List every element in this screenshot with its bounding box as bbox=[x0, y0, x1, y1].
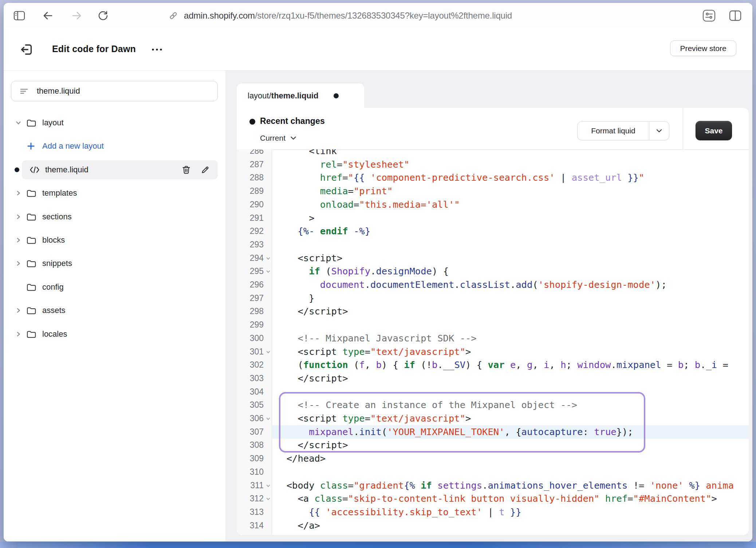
forward-icon bbox=[71, 11, 82, 21]
file-label: theme.liquid bbox=[45, 165, 88, 175]
fold-chevron-icon[interactable] bbox=[265, 416, 271, 422]
chevron-right-icon[interactable] bbox=[15, 214, 21, 220]
code-line-299[interactable]: 299 bbox=[237, 318, 749, 332]
unsaved-indicator-dot bbox=[334, 93, 339, 98]
folder-label: layout bbox=[42, 118, 64, 128]
line-number: 308 bbox=[237, 438, 264, 452]
code-line-302[interactable]: 302 (function (f, b) { if (!b.__SV) { va… bbox=[237, 358, 749, 372]
file-search-box[interactable] bbox=[11, 81, 218, 101]
code-line-312[interactable]: 312 <a class="skip-to-content-link butto… bbox=[237, 492, 749, 505]
line-number: 293 bbox=[237, 238, 264, 251]
format-liquid-button[interactable]: Format liquid bbox=[578, 122, 649, 140]
line-number: 296 bbox=[237, 278, 264, 291]
delete-file-button[interactable] bbox=[181, 165, 191, 175]
address-bar[interactable]: admin.shopify.com/store/rzq1xu-f5/themes… bbox=[168, 8, 512, 23]
code-line-290[interactable]: 290 onload="this.media='all'" bbox=[237, 198, 749, 211]
preview-store-button[interactable]: Preview store bbox=[670, 40, 736, 56]
code-line-298[interactable]: 298 </script> bbox=[237, 305, 749, 318]
code-line-295[interactable]: 295 if (Shopify.designMode) { bbox=[237, 265, 749, 278]
fold-chevron-icon[interactable] bbox=[265, 256, 271, 261]
code-text: document.documentElement.classList.add('… bbox=[275, 278, 667, 291]
sidebar-file-theme.liquid[interactable]: theme.liquid bbox=[4, 160, 226, 179]
line-number: 306 bbox=[237, 412, 264, 425]
split-view-button[interactable] bbox=[728, 8, 743, 23]
code-text: {{ 'accessibility.skip_to_text' | t }} bbox=[275, 505, 521, 519]
code-editor[interactable]: 286 <link287 rel="stylesheet"288 href="{… bbox=[237, 149, 749, 535]
sidebar-folder-locales[interactable]: locales bbox=[4, 325, 226, 344]
fold-chevron-icon[interactable] bbox=[265, 496, 271, 502]
code-line-303[interactable]: 303 </script> bbox=[237, 372, 749, 385]
code-line-310[interactable]: 310 bbox=[237, 465, 749, 479]
sidebar-toggle-button[interactable] bbox=[12, 8, 27, 23]
line-number: 309 bbox=[237, 452, 264, 465]
chevron-down-icon[interactable] bbox=[15, 120, 21, 126]
fold-chevron-icon[interactable] bbox=[265, 349, 271, 355]
line-number: 297 bbox=[237, 291, 264, 305]
code-line-286[interactable]: 286 <link bbox=[237, 149, 749, 158]
file-search-input[interactable] bbox=[36, 86, 194, 96]
code-line-294[interactable]: 294 <script> bbox=[237, 251, 749, 265]
sidebar-folder-templates[interactable]: templates bbox=[4, 184, 226, 203]
selected-file-row[interactable]: theme.liquid bbox=[22, 160, 218, 179]
editor-content-area: layout/theme.liquid Recent changes Curre… bbox=[226, 71, 752, 541]
plus-icon bbox=[26, 141, 36, 151]
chevron-right-icon[interactable] bbox=[15, 331, 21, 337]
code-line-309[interactable]: 309 </head> bbox=[237, 452, 749, 465]
code-text: <script> bbox=[275, 251, 342, 265]
code-editor-panel: Recent changes Current Format liquid bbox=[237, 108, 749, 535]
folder-icon bbox=[26, 212, 36, 222]
page-settings-button[interactable] bbox=[701, 8, 717, 23]
save-button[interactable]: Save bbox=[696, 121, 732, 140]
back-button[interactable] bbox=[40, 8, 55, 23]
browser-window: admin.shopify.com/store/rzq1xu-f5/themes… bbox=[4, 3, 752, 541]
code-text: > bbox=[275, 211, 314, 225]
code-line-301[interactable]: 301 <script type="text/javascript"> bbox=[237, 345, 749, 359]
editor-tab[interactable]: layout/theme.liquid bbox=[237, 83, 364, 108]
sidebar-folder-blocks[interactable]: blocks bbox=[4, 231, 226, 250]
code-line-296[interactable]: 296 document.documentElement.classList.a… bbox=[237, 278, 749, 291]
code-line-287[interactable]: 287 rel="stylesheet" bbox=[237, 158, 749, 171]
format-liquid-dropdown-button[interactable] bbox=[649, 122, 669, 140]
chevron-right-icon[interactable] bbox=[15, 308, 21, 314]
fold-chevron-icon[interactable] bbox=[265, 269, 271, 274]
sidebar-folder-assets[interactable]: assets bbox=[4, 301, 226, 320]
code-line-289[interactable]: 289 media="print" bbox=[237, 184, 749, 198]
folder-label: config bbox=[42, 282, 64, 292]
forward-button[interactable] bbox=[69, 8, 84, 23]
desktop-bottom-strip bbox=[0, 542, 756, 548]
sidebar-folder-sections[interactable]: sections bbox=[4, 207, 226, 226]
chevron-right-icon[interactable] bbox=[15, 261, 21, 267]
code-line-293[interactable]: 293 bbox=[237, 238, 749, 251]
sidebar-folder-snippets[interactable]: snippets bbox=[4, 254, 226, 273]
code-line-314[interactable]: 314 </a> bbox=[237, 519, 749, 532]
code-line-311[interactable]: 311 <body class="gradient{% if settings.… bbox=[237, 479, 749, 492]
version-dropdown[interactable]: Current bbox=[260, 134, 296, 142]
reload-button[interactable] bbox=[95, 8, 111, 23]
code-line-300[interactable]: 300 <!-- Mixpanel Javascript SDK --> bbox=[237, 332, 749, 345]
more-actions-button[interactable] bbox=[149, 41, 165, 58]
exit-editor-button[interactable] bbox=[18, 41, 35, 58]
line-number: 294 bbox=[237, 251, 264, 265]
chevron-right-icon[interactable] bbox=[15, 190, 21, 196]
code-line-291[interactable]: 291 > bbox=[237, 211, 749, 225]
line-number: 310 bbox=[237, 465, 264, 479]
reload-icon bbox=[98, 10, 109, 21]
add-new-layout-button[interactable]: Add a new layout bbox=[4, 137, 226, 156]
code-line-297[interactable]: 297 } bbox=[237, 291, 749, 305]
code-line-313[interactable]: 313 {{ 'accessibility.skip_to_text' | t … bbox=[237, 505, 749, 519]
line-number: 301 bbox=[237, 345, 264, 359]
chevron-down-icon bbox=[656, 129, 662, 133]
code-line-292[interactable]: 292 {%- endif -%} bbox=[237, 224, 749, 238]
code-line-288[interactable]: 288 href="{{ 'component-predictive-searc… bbox=[237, 171, 749, 184]
rename-file-button[interactable] bbox=[200, 165, 210, 175]
browser-toolbar: admin.shopify.com/store/rzq1xu-f5/themes… bbox=[4, 3, 752, 29]
sidebar-folder-config[interactable]: config bbox=[4, 278, 226, 297]
recent-changes-dot bbox=[249, 119, 255, 125]
chevron-right-icon[interactable] bbox=[15, 237, 21, 243]
code-text: rel="stylesheet" bbox=[275, 158, 409, 171]
folder-label: assets bbox=[42, 306, 66, 315]
line-number: 311 bbox=[237, 479, 264, 492]
code-text: </script> bbox=[275, 305, 348, 318]
fold-chevron-icon[interactable] bbox=[265, 483, 271, 489]
sidebar-folder-layout[interactable]: layout bbox=[4, 113, 226, 132]
